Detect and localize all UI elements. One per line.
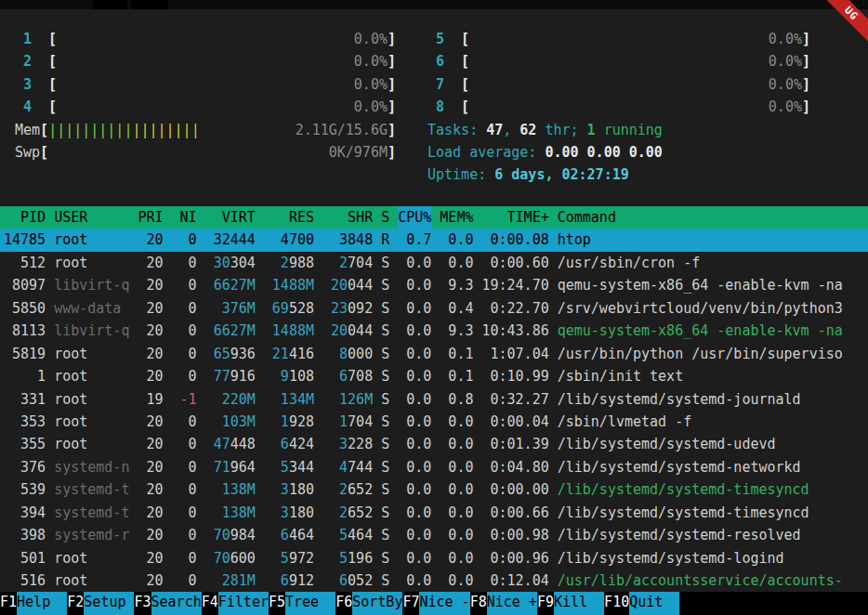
cpu-meter-8: 8 [0.0%] xyxy=(427,96,810,118)
column-header-virt[interactable]: VIRT xyxy=(205,206,256,229)
fnkey-action-label: Quit xyxy=(629,592,679,615)
process-row[interactable]: 376systemd-n2007196453444744S0.00.00:04.… xyxy=(0,456,868,478)
column-header-pid[interactable]: PID xyxy=(4,206,46,229)
bracket-close: ] xyxy=(802,73,810,96)
cpu-meters-right: 5 [0.0%]6 [0.0%]7 [0.0%]8 [0.0%] xyxy=(427,28,810,119)
cell-shr: 8000 xyxy=(322,343,373,365)
bracket-open: [ xyxy=(444,96,469,118)
fnkey-f3[interactable]: F3Search xyxy=(134,592,201,615)
cell-shr: 126M xyxy=(322,388,373,411)
cell-command: /lib/systemd/systemd-udevd xyxy=(558,433,868,455)
cell-state: S xyxy=(381,252,389,274)
cell-pri: 20 xyxy=(138,569,163,592)
process-row[interactable]: 512root2003030429882704S0.00.00:00.60/us… xyxy=(0,252,868,274)
fnkey-action-label: Nice - xyxy=(419,592,469,615)
column-header-cpu[interactable]: CPU% xyxy=(398,206,431,229)
bracket-open: [ xyxy=(40,119,48,141)
process-row[interactable]: 394systemd-t200138M31802652S0.00.00:00.6… xyxy=(0,502,868,524)
cell-command: /lib/systemd/systemd-networkd xyxy=(558,456,868,478)
cell-virt: 281M xyxy=(205,569,256,592)
fnkey-f9[interactable]: F9Kill xyxy=(537,592,604,615)
cell-pid: 376 xyxy=(4,456,46,478)
process-row[interactable]: 516root200281M69126052S0.00.00:12.04/usr… xyxy=(0,569,868,592)
cpu-percent: 0.0% xyxy=(769,73,802,96)
column-header-mem[interactable]: MEM% xyxy=(440,206,473,229)
column-header-user[interactable]: USER xyxy=(54,206,129,229)
cell-mem-percent: 9.3 xyxy=(440,274,473,296)
fnkey-label: F6 xyxy=(335,592,352,615)
cell-ni: 0 xyxy=(172,456,197,478)
cpu-meters-left: 1 [0.0%]2 [0.0%]3 [0.0%]4 [0.0%] xyxy=(15,28,396,119)
bracket-close: ] xyxy=(802,28,810,50)
cell-virt: 138M xyxy=(205,502,256,524)
cell-state: S xyxy=(381,478,389,501)
cell-ni: 0 xyxy=(172,502,197,524)
uptime-value: 6 days, 02:27:19 xyxy=(494,164,629,186)
fnkey-f2[interactable]: F2Setup xyxy=(67,592,134,615)
fnkey-action-label: SortBy xyxy=(352,592,402,615)
fnkey-f7[interactable]: F7Nice - xyxy=(402,592,469,615)
cell-cpu-percent: 0.0 xyxy=(398,343,431,365)
process-row[interactable]: 1root2007791691086708S0.00.10:10.99/sbin… xyxy=(0,365,868,387)
cpu-number: 6 xyxy=(427,50,444,72)
process-row[interactable]: 398systemd-r2007098464645464S0.00.00:00.… xyxy=(0,524,868,546)
process-row[interactable]: 5819root20065936214168000S0.00.11:07.04/… xyxy=(0,343,868,365)
cell-pid: 5819 xyxy=(4,343,46,365)
process-row[interactable]: 8113libvirt-q2006627M1488M20044S0.09.310… xyxy=(0,320,868,342)
cell-mem-percent: 0.8 xyxy=(440,388,473,411)
cell-state: S xyxy=(381,274,389,296)
table-header-row: PIDUSERPRINIVIRTRESSHRSCPU%MEM%TIME+Comm… xyxy=(0,206,868,229)
process-row[interactable]: 5850www-data200376M6952823092S0.00.40:22… xyxy=(0,297,868,320)
fnkey-f1[interactable]: F1Help xyxy=(0,592,67,615)
column-header-shr[interactable]: SHR xyxy=(322,206,373,229)
process-row[interactable]: 539systemd-t200138M31802652S0.00.00:00.0… xyxy=(0,478,868,501)
cell-res: 5344 xyxy=(264,456,314,478)
cell-state: S xyxy=(381,411,389,433)
cell-res: 3180 xyxy=(264,478,314,501)
fnkey-f4[interactable]: F4Filter xyxy=(202,592,269,615)
column-header-time[interactable]: TIME+ xyxy=(481,206,548,229)
fnkey-f5[interactable]: F5Tree xyxy=(269,592,335,615)
cell-virt: 70600 xyxy=(205,547,256,569)
cell-command: /lib/systemd/systemd-timesyncd xyxy=(558,478,868,501)
fnkey-f8[interactable]: F8Nice + xyxy=(470,592,537,615)
cell-time: 0:00.66 xyxy=(481,502,548,524)
cpu-number: 4 xyxy=(15,96,32,118)
cell-mem-percent: 0.0 xyxy=(440,229,473,251)
cell-user: systemd-n xyxy=(54,456,129,478)
cell-time: 0:22.70 xyxy=(481,297,548,320)
process-row[interactable]: 14785root2003244447003848R0.70.00:00.08h… xyxy=(0,229,868,251)
cell-virt: 138M xyxy=(205,478,256,501)
cell-state: S xyxy=(381,320,389,342)
top-bar-segment xyxy=(93,0,127,9)
column-header-ni[interactable]: NI xyxy=(172,206,197,229)
process-row[interactable]: 355root2004744864243228S0.00.00:01.39/li… xyxy=(0,433,868,455)
fnkey-f10[interactable]: F10Quit xyxy=(604,592,679,615)
cell-res: 6464 xyxy=(264,524,314,546)
cell-pri: 20 xyxy=(138,547,163,569)
cell-ni: 0 xyxy=(172,229,197,251)
cpu-meter-1: 1 [0.0%] xyxy=(15,28,396,50)
cell-time: 0:00.60 xyxy=(481,252,548,274)
load-label: Load average: xyxy=(427,141,545,164)
column-header-res[interactable]: RES xyxy=(264,206,314,229)
cell-user: root xyxy=(54,547,129,569)
cell-shr: 4744 xyxy=(322,456,373,478)
cell-state: S xyxy=(381,388,389,411)
cell-shr: 6052 xyxy=(322,569,373,592)
column-header-pri[interactable]: PRI xyxy=(138,206,163,229)
fnkey-f6[interactable]: F6SortBy xyxy=(335,592,402,615)
cell-user: root xyxy=(54,252,129,274)
process-row[interactable]: 8097libvirt-q2006627M1488M20044S0.09.319… xyxy=(0,274,868,296)
cell-virt: 103M xyxy=(205,411,256,433)
cell-time: 0:00.96 xyxy=(481,547,548,569)
column-header-s[interactable]: S xyxy=(381,206,389,229)
process-row[interactable]: 331root19-1220M134M126MS0.00.80:32.27/li… xyxy=(0,388,868,411)
cell-command: /sbin/init text xyxy=(558,365,868,387)
cell-cpu-percent: 0.0 xyxy=(398,478,431,501)
process-row[interactable]: 353root200103M19281704S0.00.00:00.04/sbi… xyxy=(0,411,868,433)
process-row[interactable]: 501root2007060059725196S0.00.00:00.96/li… xyxy=(0,547,868,569)
cell-mem-percent: 0.0 xyxy=(440,456,473,478)
column-header-command[interactable]: Command xyxy=(558,206,868,229)
bracket-close: ] xyxy=(388,28,396,50)
